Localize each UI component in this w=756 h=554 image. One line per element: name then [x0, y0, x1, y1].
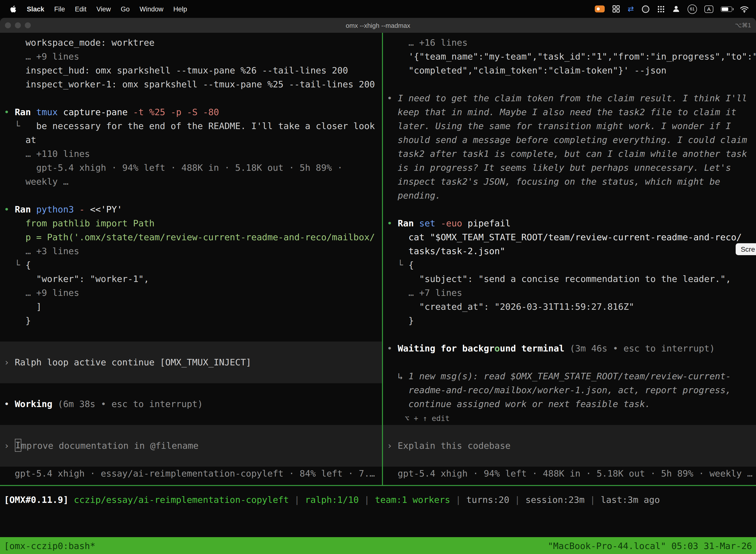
text-segment: be necessary for the end of the README. …	[36, 121, 375, 131]
window-title: omx --xhigh --madmax	[0, 21, 756, 29]
terminal-line	[4, 328, 382, 341]
profile-icon[interactable]	[672, 5, 680, 13]
terminal-line: "subject": "send a concise recommendatio…	[387, 272, 756, 286]
terminal-line: • Ran python3 - <<'PY'	[4, 203, 382, 216]
terminal-line	[4, 189, 382, 203]
menu-go[interactable]: Go	[116, 5, 135, 13]
terminal-line: ⌥ + ↑ edit	[387, 411, 756, 425]
screen-recording-indicator[interactable]	[595, 5, 605, 12]
text-segment: task2 after task1 is complete, but can I…	[387, 149, 747, 159]
menu-bar-status-icons: ⇄ 61 A	[595, 4, 749, 14]
text-segment: weekly …	[4, 176, 68, 187]
terminal-line: "worker": "worker-1",	[4, 272, 382, 286]
menu-edit[interactable]: Edit	[70, 5, 91, 13]
screen: Slack File Edit View Go Window Help ⇄ 61	[0, 0, 756, 554]
terminal-line: … +9 lines	[4, 286, 382, 300]
text-segment: cczip/essay/ai-reimplementation-copyleft	[74, 494, 289, 505]
text-segment: }	[4, 315, 31, 326]
terminal-line: … +7 lines	[387, 286, 756, 300]
text-segment: (3m 46s • esc to interrupt)	[564, 343, 715, 353]
text-segment: Ralph loop active continue [OMX_TMUX_INJ…	[15, 357, 251, 367]
apple-menu[interactable]	[7, 5, 22, 13]
left-terminal-pane[interactable]: workspace_mode: worktree … +9 lines insp…	[0, 33, 382, 485]
terminal-line: later. Using the same for transition mig…	[387, 119, 756, 133]
prompt-input-right[interactable]: › Explain this codebase	[383, 425, 756, 466]
terminal-line: ↳ 1 new msg(s): read $OMX_TEAM_STATE_ROO…	[387, 369, 756, 383]
omx-status-line: [OMX#0.11.9] cczip/essay/ai-reimplementa…	[4, 493, 756, 507]
window-title-bar[interactable]: omx --xhigh --madmax ⌥⌘1	[0, 18, 756, 33]
text-segment: pipefail	[467, 218, 510, 228]
terminal-line: }	[387, 314, 756, 328]
battery-icon[interactable]	[721, 6, 732, 12]
terminal-line: › Explain this codebase	[387, 439, 511, 453]
text-segment: •	[4, 107, 15, 117]
input-source-icon[interactable]: A	[704, 5, 713, 13]
text-segment: › Explain this codebase	[387, 440, 511, 451]
text-segment: is in progress? It seems likely but perh…	[387, 162, 731, 173]
terminal-line: p = Path('.omx/state/team/review-current…	[4, 230, 382, 244]
text-cursor: I	[15, 439, 21, 452]
text-segment: ⌥ + ↑ edit	[387, 414, 450, 423]
terminal-panes: workspace_mode: worktree … +9 lines insp…	[0, 33, 756, 485]
menu-app-name[interactable]: Slack	[22, 5, 49, 13]
terminal-line: "completed","claim_token":"claim-token"}…	[387, 63, 756, 77]
menu-file[interactable]: File	[49, 5, 70, 13]
text-segment: session:23m	[525, 494, 584, 505]
swap-arrows-icon[interactable]: ⇄	[628, 4, 634, 13]
grid-icon[interactable]	[612, 5, 620, 13]
wifi-icon[interactable]	[740, 5, 749, 13]
menu-view[interactable]: View	[91, 5, 116, 13]
text-segment: last:3m ago	[601, 494, 660, 505]
text-segment: •	[387, 218, 397, 228]
terminal-line: at	[4, 133, 382, 147]
ralph-loop-banner: › Ralph loop active continue [OMX_TMUX_I…	[0, 341, 382, 383]
text-segment: "completed","claim_token":"claim-token"}…	[387, 65, 667, 75]
text-segment: └	[4, 260, 25, 270]
text-segment: tmux	[36, 107, 63, 117]
apps-grid-icon[interactable]	[657, 5, 665, 13]
zoom-button[interactable]	[25, 22, 31, 28]
ring-icon[interactable]	[641, 5, 650, 13]
terminal-line: task2 after task1 is complete, but can I…	[387, 147, 756, 161]
minimize-button[interactable]	[15, 22, 21, 28]
battery-percentage-badge[interactable]: 61	[688, 4, 697, 14]
text-segment: at	[4, 134, 36, 145]
terminal-line: inspect task2's JSON, focusing on the st…	[387, 175, 756, 189]
terminal-line: inspect_hud: omx sparkshell --tmux-pane …	[4, 63, 382, 77]
text-segment: from pathlib import Path	[4, 218, 154, 228]
text-segment: I need to get the claim token from the c…	[397, 93, 747, 103]
text-segment: gpt-5.4 xhigh · 94% left · 488K in · 5.1…	[387, 468, 753, 479]
text-segment: Working	[15, 399, 52, 409]
terminal-line: readme-and-reco/mailbox/worker-1.json, a…	[387, 383, 756, 397]
terminal-line: › Improve documentation in @filename	[4, 439, 198, 453]
text-segment: |	[509, 494, 525, 505]
text-segment: •	[387, 343, 397, 353]
terminal-line: gpt-5.4 xhigh · essay/ai-reimplementatio…	[4, 466, 382, 481]
close-button[interactable]	[5, 22, 11, 28]
traffic-lights	[0, 22, 31, 28]
text-segment: •	[4, 204, 15, 214]
text-segment: •	[4, 399, 15, 409]
terminal-line	[4, 383, 382, 397]
terminal-line: '{"team_name":"my-team","task_id":"1","f…	[387, 50, 756, 63]
prompt-input-left[interactable]: › Improve documentation in @filename	[0, 425, 382, 466]
menu-help[interactable]: Help	[169, 5, 192, 13]
text-segment: └	[387, 260, 408, 270]
text-segment: •	[387, 93, 397, 103]
terminal-line: keep that in mind. Maybe I also need the…	[387, 105, 756, 119]
screen-share-overlay[interactable]: Scre	[736, 243, 756, 255]
text-segment: Waiting for backgr	[397, 343, 494, 353]
terminal-line	[387, 203, 756, 216]
text-segment: should send a message before completing …	[387, 134, 747, 145]
terminal-line: is in progress? It seems likely but perh…	[387, 161, 756, 175]
tab-shortcut-hint: ⌥⌘1	[735, 22, 756, 29]
text-segment: Ran	[15, 107, 36, 117]
right-terminal-pane[interactable]: … +16 lines '{"team_name":"my-team","tas…	[383, 33, 756, 485]
terminal-line: … +110 lines	[4, 147, 382, 161]
text-segment: -t %25 -p -S -80	[133, 107, 219, 117]
terminal-line: └ {	[4, 258, 382, 272]
text-segment: }	[387, 315, 414, 326]
text-segment: [OMX#0.11.9]	[4, 494, 74, 505]
menu-window[interactable]: Window	[135, 5, 169, 13]
terminal-line: … +16 lines	[387, 36, 756, 50]
